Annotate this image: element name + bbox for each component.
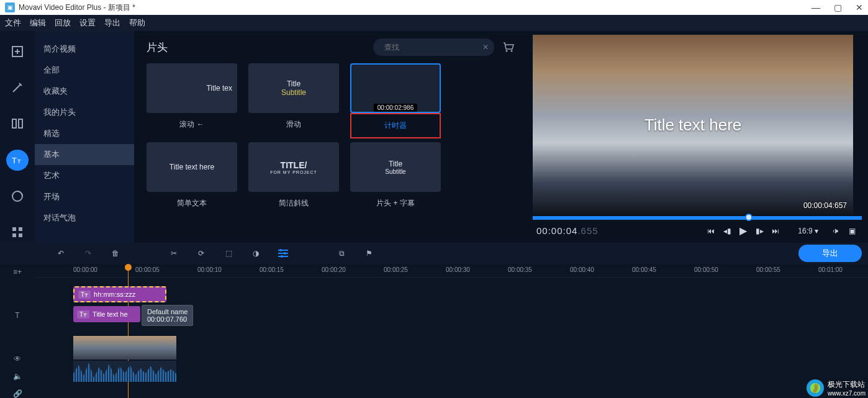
- audio-clip[interactable]: [73, 361, 176, 382]
- marker-button[interactable]: ⚑: [361, 249, 376, 258]
- link-icon[interactable]: 🔗: [13, 389, 22, 398]
- cat-bubble[interactable]: 对话气泡: [35, 207, 134, 228]
- next-frame-button[interactable]: ▮▸: [753, 227, 766, 235]
- rotate-button[interactable]: ⟳: [194, 249, 209, 258]
- minimize-button[interactable]: —: [811, 2, 820, 12]
- title-thumb-scroll[interactable]: Title tex 滚动 ←: [147, 63, 237, 138]
- crop-button[interactable]: ⬚: [221, 249, 236, 258]
- cat-art[interactable]: 艺术: [35, 165, 134, 186]
- ruler-tick: 00:00:30: [446, 266, 470, 273]
- clip-props-button[interactable]: [276, 249, 291, 258]
- cat-my[interactable]: 我的片头: [35, 102, 134, 123]
- titles-icon[interactable]: TT: [6, 150, 29, 171]
- menu-playback[interactable]: 回放: [55, 17, 71, 29]
- preview-timecode: 00:00:04:657: [803, 201, 847, 210]
- cat-featured[interactable]: 精选: [35, 123, 134, 144]
- svg-rect-8: [12, 233, 16, 237]
- svg-rect-2: [19, 119, 22, 128]
- thumb-label: 片头 + 字幕: [350, 196, 441, 211]
- preview-scrubber[interactable]: [533, 216, 862, 220]
- player-time: 00:00:04.655: [536, 225, 599, 236]
- menu-help[interactable]: 帮助: [129, 17, 145, 29]
- svg-text:T: T: [12, 156, 17, 165]
- volume-icon[interactable]: 🕩: [830, 227, 842, 235]
- next-clip-button[interactable]: ⏭: [769, 227, 782, 235]
- ruler-tick: 00:00:25: [384, 266, 408, 273]
- split-button[interactable]: ✂: [166, 249, 181, 258]
- transitions-icon[interactable]: [6, 113, 29, 134]
- ruler-tick: 00:00:05: [135, 266, 160, 273]
- prev-frame-button[interactable]: ◂▮: [721, 227, 733, 235]
- title-clip-text[interactable]: Tᴛ Title text he: [73, 306, 140, 322]
- delete-button[interactable]: 🗑: [108, 249, 123, 258]
- text-track-icon: T: [15, 311, 19, 320]
- cat-basic[interactable]: 基本: [35, 144, 134, 165]
- play-button[interactable]: ▶: [737, 225, 749, 237]
- title-thumb-timer[interactable]: 00:00:02:986 计时器: [350, 63, 441, 138]
- title-thumb-slide[interactable]: TitleSubtitle 滑动: [248, 63, 339, 138]
- thumb-label: 简洁斜线: [248, 196, 339, 211]
- overlay-button[interactable]: ⧉: [334, 249, 349, 258]
- cat-intro[interactable]: 简介视频: [35, 38, 134, 60]
- browser-title: 片头: [147, 40, 373, 55]
- prev-clip-button[interactable]: ⏮: [705, 227, 717, 235]
- cat-fav[interactable]: 收藏夹: [35, 81, 134, 102]
- svg-point-13: [279, 249, 282, 251]
- clear-search-icon[interactable]: ✕: [482, 43, 489, 52]
- ruler-tick: 00:00:55: [756, 266, 780, 273]
- scrubber-handle[interactable]: [745, 214, 753, 221]
- svg-text:T: T: [17, 158, 21, 165]
- menu-bar: 文件 编辑 回放 设置 导出 帮助: [0, 15, 868, 31]
- ruler-tick: 00:00:10: [197, 266, 222, 273]
- ruler-tick: 00:00:15: [260, 266, 284, 273]
- cart-icon[interactable]: [503, 42, 514, 52]
- preview-video[interactable]: Title text here 00:00:04:657: [533, 35, 853, 215]
- search-box[interactable]: ✕: [373, 38, 494, 56]
- svg-point-12: [511, 50, 513, 52]
- menu-edit[interactable]: 编辑: [30, 17, 46, 29]
- add-media-icon[interactable]: [6, 41, 29, 62]
- menu-settings[interactable]: 设置: [79, 17, 96, 29]
- thumb-label: 滑动: [248, 117, 339, 132]
- cat-opening[interactable]: 开场: [35, 186, 134, 207]
- ruler-tick: 00:00:00: [73, 266, 97, 273]
- title-clip-icon: Tᴛ: [78, 291, 91, 299]
- redo-button[interactable]: ↷: [81, 249, 96, 258]
- title-thumb-slash[interactable]: TITLE/FOR MY PROJECT 简洁斜线: [248, 142, 339, 211]
- add-track-icon[interactable]: ≡+: [13, 268, 22, 276]
- undo-button[interactable]: ↶: [53, 249, 68, 258]
- more-tools-icon[interactable]: [6, 222, 29, 243]
- video-clip[interactable]: [73, 336, 176, 360]
- menu-export[interactable]: 导出: [104, 17, 120, 29]
- window-title: Movavi Video Editor Plus - 新项目 *: [19, 2, 811, 13]
- watermark: ⟩ 极光下载站 www.xz7.com: [807, 379, 866, 397]
- title-clip-timer[interactable]: Tᴛ hh:mm:ss:zzz: [73, 286, 166, 302]
- svg-rect-6: [12, 227, 16, 231]
- mute-icon[interactable]: 🔈: [13, 372, 22, 381]
- svg-rect-1: [12, 119, 16, 128]
- export-button[interactable]: 导出: [798, 245, 862, 262]
- color-button[interactable]: ◑: [248, 249, 263, 258]
- svg-point-14: [284, 252, 286, 255]
- preview-panel: Title text here 00:00:04:657 00:00:04.65…: [527, 31, 868, 243]
- clip-tooltip: Default name 00:00:07.760: [142, 305, 193, 326]
- maximize-button[interactable]: ▢: [834, 2, 842, 12]
- title-browser: 片头 ✕ Title tex 滚动 ← TitleSubtitle 滑动 00:…: [134, 31, 527, 243]
- aspect-ratio[interactable]: 16:9 ▾: [798, 227, 818, 235]
- stickers-icon[interactable]: [6, 186, 29, 207]
- cat-all[interactable]: 全部: [35, 60, 134, 81]
- visibility-icon[interactable]: 👁: [14, 355, 21, 363]
- search-input[interactable]: [384, 43, 477, 52]
- svg-rect-7: [19, 227, 22, 231]
- snapshot-icon[interactable]: ▣: [846, 227, 858, 235]
- svg-point-11: [506, 50, 508, 52]
- app-icon: ▣: [5, 2, 15, 12]
- timeline: ≡+ T 👁 🔈 🔗 00:00:0000:00:0500:00:1000:00…: [0, 264, 868, 398]
- duration-badge: 00:00:02:986: [374, 104, 417, 112]
- close-button[interactable]: ✕: [856, 2, 863, 12]
- title-thumb-caption[interactable]: TitleSubtitle 片头 + 字幕: [350, 142, 441, 211]
- filters-icon[interactable]: [6, 77, 29, 98]
- timeline-ruler[interactable]: 00:00:0000:00:0500:00:1000:00:1500:00:20…: [35, 264, 868, 278]
- menu-file[interactable]: 文件: [5, 17, 21, 29]
- title-thumb-simple[interactable]: Title text here 简单文本: [147, 142, 237, 211]
